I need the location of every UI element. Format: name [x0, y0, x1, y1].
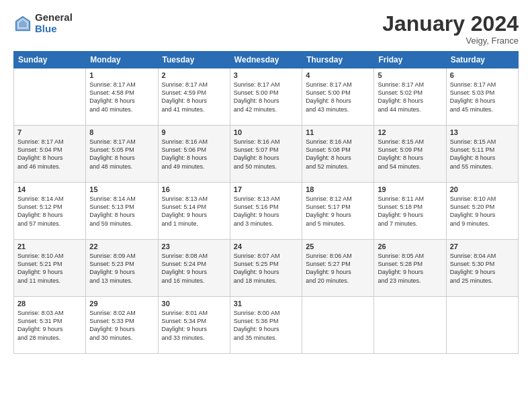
calendar-week-4: 21Sunrise: 8:10 AMSunset: 5:21 PMDayligh… — [14, 240, 519, 297]
day-number: 3 — [234, 71, 298, 79]
day-number: 14 — [17, 185, 82, 193]
cell-info: Sunrise: 8:17 AMSunset: 4:59 PMDaylight:… — [162, 81, 226, 113]
calendar-cell: 12Sunrise: 8:15 AMSunset: 5:09 PMDayligh… — [374, 126, 446, 183]
day-number: 18 — [306, 185, 370, 193]
cell-info: Sunrise: 8:01 AMSunset: 5:34 PMDaylight:… — [162, 309, 226, 342]
calendar-cell: 20Sunrise: 8:10 AMSunset: 5:20 PMDayligh… — [446, 183, 518, 240]
header-row: Sunday Monday Tuesday Wednesday Thursday… — [14, 52, 519, 68]
day-number: 9 — [162, 128, 226, 136]
cell-info: Sunrise: 8:17 AMSunset: 5:04 PMDaylight:… — [17, 138, 82, 171]
calendar-cell: 8Sunrise: 8:17 AMSunset: 5:05 PMDaylight… — [86, 126, 158, 183]
cell-info: Sunrise: 8:17 AMSunset: 4:58 PMDaylight:… — [89, 81, 154, 113]
calendar-table: Sunday Monday Tuesday Wednesday Thursday… — [13, 51, 519, 354]
day-number: 26 — [378, 242, 442, 250]
calendar-cell: 3Sunrise: 8:17 AMSunset: 5:00 PMDaylight… — [230, 68, 302, 126]
title-area: January 2024 Veigy, France — [382, 12, 519, 46]
cell-info: Sunrise: 8:17 AMSunset: 5:00 PMDaylight:… — [306, 81, 370, 113]
calendar-week-3: 14Sunrise: 8:14 AMSunset: 5:12 PMDayligh… — [14, 183, 519, 240]
day-number: 12 — [378, 128, 442, 136]
col-monday: Monday — [86, 52, 158, 68]
calendar-cell: 2Sunrise: 8:17 AMSunset: 4:59 PMDaylight… — [158, 68, 230, 126]
day-number: 30 — [162, 300, 226, 308]
day-number: 10 — [234, 128, 298, 136]
cell-info: Sunrise: 8:13 AMSunset: 5:16 PMDaylight:… — [234, 195, 298, 228]
col-friday: Friday — [374, 52, 446, 68]
calendar-cell — [446, 297, 518, 354]
calendar-cell: 31Sunrise: 8:00 AMSunset: 5:36 PMDayligh… — [230, 297, 302, 354]
calendar-cell: 13Sunrise: 8:15 AMSunset: 5:11 PMDayligh… — [446, 126, 518, 183]
cell-info: Sunrise: 8:14 AMSunset: 5:13 PMDaylight:… — [89, 195, 154, 228]
day-number: 5 — [378, 71, 442, 79]
cell-info: Sunrise: 8:04 AMSunset: 5:30 PMDaylight:… — [450, 252, 515, 285]
calendar-cell: 6Sunrise: 8:17 AMSunset: 5:03 PMDaylight… — [446, 68, 518, 126]
day-number: 16 — [162, 185, 226, 193]
day-number: 21 — [17, 242, 82, 250]
calendar-cell: 18Sunrise: 8:12 AMSunset: 5:17 PMDayligh… — [302, 183, 374, 240]
calendar-cell: 11Sunrise: 8:16 AMSunset: 5:08 PMDayligh… — [302, 126, 374, 183]
calendar-cell: 23Sunrise: 8:08 AMSunset: 5:24 PMDayligh… — [158, 240, 230, 297]
cell-info: Sunrise: 8:15 AMSunset: 5:11 PMDaylight:… — [450, 138, 515, 171]
day-number: 6 — [450, 71, 515, 79]
calendar-week-2: 7Sunrise: 8:17 AMSunset: 5:04 PMDaylight… — [14, 126, 519, 183]
calendar-cell: 17Sunrise: 8:13 AMSunset: 5:16 PMDayligh… — [230, 183, 302, 240]
cell-info: Sunrise: 8:15 AMSunset: 5:09 PMDaylight:… — [378, 138, 442, 171]
calendar-cell — [14, 68, 86, 126]
calendar-cell: 27Sunrise: 8:04 AMSunset: 5:30 PMDayligh… — [446, 240, 518, 297]
calendar-cell: 28Sunrise: 8:03 AMSunset: 5:31 PMDayligh… — [14, 297, 86, 354]
month-title: January 2024 — [382, 12, 519, 36]
calendar-cell: 7Sunrise: 8:17 AMSunset: 5:04 PMDaylight… — [14, 126, 86, 183]
day-number: 15 — [89, 185, 154, 193]
cell-info: Sunrise: 8:16 AMSunset: 5:08 PMDaylight:… — [306, 138, 370, 171]
page: General Blue January 2024 Veigy, France … — [0, 0, 532, 411]
cell-info: Sunrise: 8:17 AMSunset: 5:00 PMDaylight:… — [234, 81, 298, 113]
col-tuesday: Tuesday — [158, 52, 230, 68]
calendar-cell: 15Sunrise: 8:14 AMSunset: 5:13 PMDayligh… — [86, 183, 158, 240]
calendar-cell: 14Sunrise: 8:14 AMSunset: 5:12 PMDayligh… — [14, 183, 86, 240]
calendar-cell — [302, 297, 374, 354]
day-number: 29 — [89, 300, 154, 308]
cell-info: Sunrise: 8:16 AMSunset: 5:06 PMDaylight:… — [162, 138, 226, 171]
calendar-cell: 16Sunrise: 8:13 AMSunset: 5:14 PMDayligh… — [158, 183, 230, 240]
day-number: 22 — [89, 242, 154, 250]
day-number: 23 — [162, 242, 226, 250]
calendar-cell: 24Sunrise: 8:07 AMSunset: 5:25 PMDayligh… — [230, 240, 302, 297]
calendar-cell: 29Sunrise: 8:02 AMSunset: 5:33 PMDayligh… — [86, 297, 158, 354]
calendar-cell: 9Sunrise: 8:16 AMSunset: 5:06 PMDaylight… — [158, 126, 230, 183]
day-number: 31 — [234, 300, 298, 308]
calendar-cell — [374, 297, 446, 354]
cell-info: Sunrise: 8:07 AMSunset: 5:25 PMDaylight:… — [234, 252, 298, 285]
calendar-cell: 25Sunrise: 8:06 AMSunset: 5:27 PMDayligh… — [302, 240, 374, 297]
day-number: 1 — [89, 71, 154, 79]
day-number: 27 — [450, 242, 515, 250]
calendar-cell: 30Sunrise: 8:01 AMSunset: 5:34 PMDayligh… — [158, 297, 230, 354]
col-saturday: Saturday — [446, 52, 518, 68]
logo-icon — [13, 14, 32, 33]
cell-info: Sunrise: 8:10 AMSunset: 5:20 PMDaylight:… — [450, 195, 515, 228]
calendar-cell: 4Sunrise: 8:17 AMSunset: 5:00 PMDaylight… — [302, 68, 374, 126]
cell-info: Sunrise: 8:10 AMSunset: 5:21 PMDaylight:… — [17, 252, 82, 285]
day-number: 13 — [450, 128, 515, 136]
calendar-week-1: 1Sunrise: 8:17 AMSunset: 4:58 PMDaylight… — [14, 68, 519, 126]
day-number: 8 — [89, 128, 154, 136]
calendar-cell: 5Sunrise: 8:17 AMSunset: 5:02 PMDaylight… — [374, 68, 446, 126]
day-number: 2 — [162, 71, 226, 79]
cell-info: Sunrise: 8:16 AMSunset: 5:07 PMDaylight:… — [234, 138, 298, 171]
day-number: 11 — [306, 128, 370, 136]
logo-blue-text: Blue — [35, 24, 73, 35]
calendar-week-5: 28Sunrise: 8:03 AMSunset: 5:31 PMDayligh… — [14, 297, 519, 354]
header: General Blue January 2024 Veigy, France — [13, 12, 519, 46]
cell-info: Sunrise: 8:02 AMSunset: 5:33 PMDaylight:… — [89, 309, 154, 342]
logo-text: General Blue — [35, 12, 73, 34]
day-number: 7 — [17, 128, 82, 136]
cell-info: Sunrise: 8:13 AMSunset: 5:14 PMDaylight:… — [162, 195, 226, 228]
cell-info: Sunrise: 8:03 AMSunset: 5:31 PMDaylight:… — [17, 309, 82, 342]
calendar-cell: 22Sunrise: 8:09 AMSunset: 5:23 PMDayligh… — [86, 240, 158, 297]
logo: General Blue — [13, 12, 73, 34]
calendar-cell: 10Sunrise: 8:16 AMSunset: 5:07 PMDayligh… — [230, 126, 302, 183]
logo-general-text: General — [35, 12, 73, 24]
cell-info: Sunrise: 8:17 AMSunset: 5:05 PMDaylight:… — [89, 138, 154, 171]
cell-info: Sunrise: 8:17 AMSunset: 5:02 PMDaylight:… — [378, 81, 442, 113]
day-number: 28 — [17, 300, 82, 308]
cell-info: Sunrise: 8:17 AMSunset: 5:03 PMDaylight:… — [450, 81, 515, 113]
day-number: 4 — [306, 71, 370, 79]
